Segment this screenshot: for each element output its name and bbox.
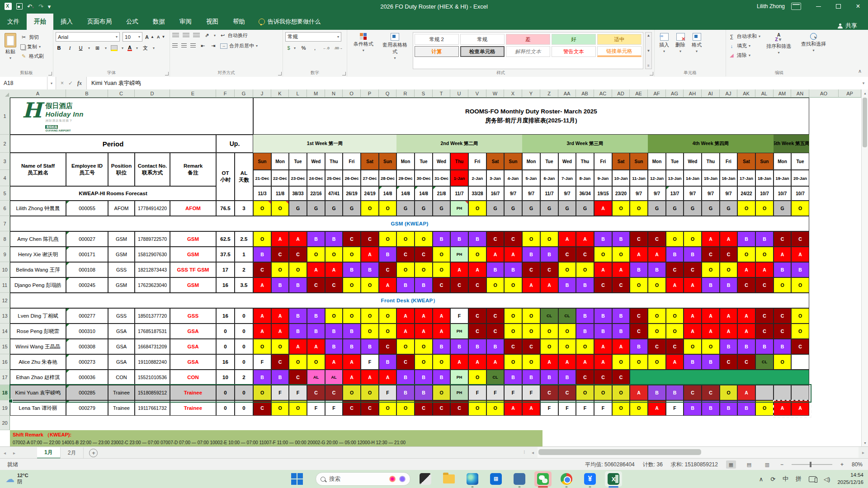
align-top-icon[interactable] bbox=[172, 33, 179, 38]
shift-cell[interactable]: B bbox=[612, 231, 630, 247]
shift-cell[interactable]: O bbox=[325, 247, 343, 262]
cell-style-item[interactable]: 检查单元格 bbox=[460, 46, 505, 57]
shift-cell[interactable]: G bbox=[343, 201, 361, 216]
alignment-dialog-launcher[interactable] bbox=[278, 72, 282, 75]
shift-cell[interactable]: A bbox=[755, 262, 774, 277]
shift-cell[interactable]: C bbox=[791, 339, 809, 354]
shift-cell[interactable]: C bbox=[468, 324, 486, 339]
account-user-name[interactable]: Lilith Zhong bbox=[757, 3, 785, 9]
shift-cell[interactable]: A bbox=[504, 400, 522, 416]
find-select-button[interactable]: 查找和选择▾ bbox=[797, 32, 830, 69]
staff-remark-cell[interactable]: Trainee bbox=[170, 385, 216, 400]
sheet-area[interactable]: ABCDEFGJKLMNOPQRSTUVWXYZAAABACADAEAFAGAH… bbox=[0, 89, 861, 446]
col-header-O[interactable]: O bbox=[343, 89, 361, 98]
shift-cell[interactable]: B bbox=[630, 339, 648, 354]
shift-cell[interactable]: B bbox=[755, 231, 774, 247]
shift-cell[interactable]: O bbox=[415, 354, 433, 370]
shift-cell[interactable]: B bbox=[271, 277, 289, 293]
ribbon-tab-视图[interactable]: 视图 bbox=[199, 14, 226, 30]
shift-cell[interactable]: C bbox=[433, 400, 450, 416]
shift-cell[interactable]: C bbox=[791, 231, 809, 247]
shift-cell[interactable]: O bbox=[720, 262, 737, 277]
staff-name-cell[interactable]: Lilith Zhong 钟晨晨 bbox=[10, 201, 66, 216]
align-bottom-icon[interactable] bbox=[193, 33, 200, 38]
shift-cell[interactable]: G bbox=[396, 201, 415, 216]
shift-cell[interactable]: A bbox=[379, 370, 396, 385]
wrap-text-button[interactable]: ↩自动换行 bbox=[219, 32, 248, 39]
staff-id-cell[interactable]: 000285 bbox=[66, 385, 108, 400]
shift-cell[interactable]: G bbox=[486, 201, 504, 216]
col-header-W[interactable]: W bbox=[486, 89, 504, 98]
staff-name-cell[interactable]: Winni Wang 王晶晶 bbox=[10, 339, 66, 354]
shift-cell[interactable]: G bbox=[720, 201, 737, 216]
col-header-AL[interactable]: AL bbox=[755, 89, 774, 98]
cut-button[interactable]: ✂剪切 bbox=[20, 34, 44, 41]
shift-cell[interactable]: A bbox=[361, 247, 379, 262]
shift-cell[interactable]: O bbox=[361, 385, 379, 400]
shift-cell[interactable]: A bbox=[576, 354, 594, 370]
col-header-AC[interactable]: AC bbox=[594, 89, 612, 98]
staff-id-cell[interactable]: 000171 bbox=[66, 247, 108, 262]
shift-cell[interactable]: A bbox=[325, 262, 343, 277]
shift-cell[interactable]: O bbox=[522, 354, 540, 370]
shift-cell[interactable]: O bbox=[307, 354, 325, 370]
shift-cell[interactable]: C bbox=[253, 262, 271, 277]
select-all-corner[interactable] bbox=[0, 89, 10, 98]
shift-cell[interactable]: B bbox=[558, 277, 576, 293]
shift-cell[interactable]: B bbox=[396, 370, 415, 385]
shift-cell[interactable]: O bbox=[791, 308, 809, 324]
shift-cell[interactable]: G bbox=[774, 201, 791, 216]
shift-cell[interactable]: C bbox=[702, 247, 720, 262]
shift-cell[interactable]: G bbox=[504, 201, 522, 216]
shift-cell[interactable]: B bbox=[791, 262, 809, 277]
shift-cell[interactable]: O bbox=[612, 354, 630, 370]
shift-cell[interactable]: O bbox=[361, 201, 379, 216]
col-header-F[interactable]: F bbox=[216, 89, 235, 98]
col-header-T[interactable]: T bbox=[433, 89, 450, 98]
insert-cells-button[interactable]: 插入▾ bbox=[657, 32, 671, 69]
shift-cell[interactable]: C bbox=[361, 400, 379, 416]
start-button[interactable] bbox=[290, 472, 304, 486]
shift-cell[interactable]: A bbox=[396, 324, 415, 339]
shift-cell[interactable]: O bbox=[612, 201, 630, 216]
staff-contact-cell[interactable]: 17623623040 bbox=[135, 277, 170, 293]
shift-cell[interactable]: C bbox=[415, 247, 433, 262]
percent-icon[interactable]: % bbox=[300, 45, 307, 51]
shift-cell[interactable]: O bbox=[540, 324, 558, 339]
vertical-scrollbar[interactable]: ▴ ▾ bbox=[861, 89, 868, 446]
shift-cell[interactable]: C bbox=[666, 262, 684, 277]
shift-cell[interactable]: CL bbox=[540, 308, 558, 324]
staff-ot-cell[interactable]: 16 bbox=[216, 354, 235, 370]
row-header-4[interactable]: 4 bbox=[0, 170, 10, 186]
taskbar-app-store[interactable]: ⊞ bbox=[487, 471, 505, 487]
row-header-12[interactable]: 12 bbox=[0, 293, 10, 308]
shift-cell[interactable]: A bbox=[271, 308, 289, 324]
align-middle-icon[interactable] bbox=[183, 33, 189, 38]
shift-cell[interactable]: B bbox=[433, 370, 450, 385]
insert-function-icon[interactable]: fx bbox=[77, 80, 82, 87]
col-header-AK[interactable]: AK bbox=[737, 89, 755, 98]
shift-cell[interactable]: C bbox=[468, 277, 486, 293]
shift-cell[interactable]: C bbox=[774, 324, 791, 339]
shift-cell[interactable]: C bbox=[486, 324, 504, 339]
shift-cell[interactable]: B bbox=[648, 262, 666, 277]
cell-style-item[interactable]: 差 bbox=[506, 34, 550, 45]
staff-position-cell[interactable]: GSA bbox=[108, 354, 135, 370]
shift-cell[interactable]: B bbox=[540, 370, 558, 385]
staff-al-cell[interactable]: 3.5 bbox=[235, 277, 253, 293]
shift-cell[interactable]: B bbox=[325, 324, 343, 339]
shift-cell[interactable]: CL bbox=[755, 354, 774, 370]
shift-cell[interactable]: A bbox=[720, 231, 737, 247]
increase-indent-icon[interactable]: ⇥ bbox=[210, 43, 217, 49]
staff-remark-cell[interactable]: GSS TF GSM bbox=[170, 262, 216, 277]
shift-cell[interactable]: B bbox=[307, 231, 325, 247]
row-header-6[interactable]: 6 bbox=[0, 201, 10, 216]
staff-remark-cell[interactable]: CON bbox=[170, 370, 216, 385]
vertical-scroll-thumb[interactable] bbox=[863, 98, 867, 147]
shift-cell[interactable]: B bbox=[648, 385, 666, 400]
staff-remark-cell[interactable]: GSM bbox=[170, 277, 216, 293]
shift-cell[interactable]: F bbox=[271, 385, 289, 400]
shift-cell[interactable]: A bbox=[737, 385, 755, 400]
scroll-left-icon[interactable]: ◂ bbox=[528, 450, 538, 455]
col-header-K[interactable]: K bbox=[271, 89, 289, 98]
